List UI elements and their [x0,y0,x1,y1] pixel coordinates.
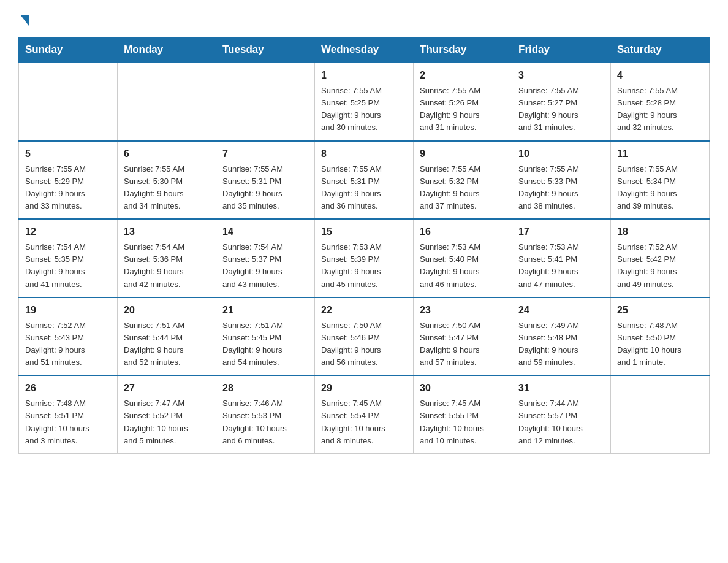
day-info: Sunrise: 7:50 AM Sunset: 5:47 PM Dayligh… [420,320,506,369]
day-number: 27 [124,381,210,396]
day-number: 10 [518,147,604,161]
calendar-week-row: 5Sunrise: 7:55 AM Sunset: 5:29 PM Daylig… [19,141,710,220]
calendar-table: SundayMondayTuesdayWednesdayThursdayFrid… [18,37,710,454]
day-number: 17 [518,224,604,239]
day-number: 26 [25,381,111,396]
day-info: Sunrise: 7:44 AM Sunset: 5:57 PM Dayligh… [518,397,604,447]
calendar-cell: 26Sunrise: 7:48 AM Sunset: 5:51 PM Dayli… [19,375,118,453]
weekday-header-sunday: Sunday [19,37,118,63]
calendar-week-row: 26Sunrise: 7:48 AM Sunset: 5:51 PM Dayli… [19,375,710,453]
day-number: 3 [518,68,604,83]
calendar-cell: 4Sunrise: 7:55 AM Sunset: 5:28 PM Daylig… [611,63,710,141]
weekday-header-row: SundayMondayTuesdayWednesdayThursdayFrid… [19,37,710,63]
day-info: Sunrise: 7:52 AM Sunset: 5:43 PM Dayligh… [25,320,111,369]
weekday-header-tuesday: Tuesday [216,37,315,63]
calendar-cell: 27Sunrise: 7:47 AM Sunset: 5:52 PM Dayli… [118,375,216,453]
calendar-cell: 25Sunrise: 7:48 AM Sunset: 5:50 PM Dayli… [611,297,710,376]
calendar-cell: 30Sunrise: 7:45 AM Sunset: 5:55 PM Dayli… [414,375,512,453]
calendar-cell: 9Sunrise: 7:55 AM Sunset: 5:32 PM Daylig… [414,141,512,220]
day-number: 6 [124,147,210,161]
calendar-cell: 8Sunrise: 7:55 AM Sunset: 5:31 PM Daylig… [315,141,414,220]
day-info: Sunrise: 7:49 AM Sunset: 5:48 PM Dayligh… [518,320,604,369]
day-number: 11 [617,147,703,161]
day-number: 16 [420,224,506,239]
day-number: 5 [25,147,111,161]
calendar-cell: 22Sunrise: 7:50 AM Sunset: 5:46 PM Dayli… [315,297,414,376]
weekday-header-saturday: Saturday [611,37,710,63]
calendar-cell: 10Sunrise: 7:55 AM Sunset: 5:33 PM Dayli… [512,141,611,220]
day-info: Sunrise: 7:55 AM Sunset: 5:29 PM Dayligh… [25,163,111,213]
calendar-cell: 24Sunrise: 7:49 AM Sunset: 5:48 PM Dayli… [512,297,611,376]
day-number: 7 [222,147,308,161]
day-number: 2 [420,68,506,83]
logo [18,12,29,26]
day-info: Sunrise: 7:45 AM Sunset: 5:54 PM Dayligh… [321,397,407,447]
day-info: Sunrise: 7:55 AM Sunset: 5:31 PM Dayligh… [222,163,308,213]
calendar-cell: 28Sunrise: 7:46 AM Sunset: 5:53 PM Dayli… [216,375,315,453]
calendar-cell: 20Sunrise: 7:51 AM Sunset: 5:44 PM Dayli… [118,297,216,376]
day-info: Sunrise: 7:55 AM Sunset: 5:34 PM Dayligh… [617,163,703,213]
day-number: 18 [617,224,703,239]
day-number: 24 [518,303,604,318]
calendar-cell: 19Sunrise: 7:52 AM Sunset: 5:43 PM Dayli… [19,297,118,376]
day-info: Sunrise: 7:47 AM Sunset: 5:52 PM Dayligh… [124,397,210,447]
day-number: 28 [222,381,308,396]
calendar-cell: 3Sunrise: 7:55 AM Sunset: 5:27 PM Daylig… [512,63,611,141]
calendar-week-row: 1Sunrise: 7:55 AM Sunset: 5:25 PM Daylig… [19,63,710,141]
calendar-cell: 6Sunrise: 7:55 AM Sunset: 5:30 PM Daylig… [118,141,216,220]
day-number: 12 [25,224,111,239]
day-number: 19 [25,303,111,318]
day-info: Sunrise: 7:51 AM Sunset: 5:44 PM Dayligh… [124,320,210,369]
day-info: Sunrise: 7:46 AM Sunset: 5:53 PM Dayligh… [222,397,308,447]
calendar-cell: 12Sunrise: 7:54 AM Sunset: 5:35 PM Dayli… [19,219,118,297]
day-number: 1 [321,68,407,83]
day-number: 4 [617,68,703,83]
calendar-cell: 23Sunrise: 7:50 AM Sunset: 5:47 PM Dayli… [414,297,512,376]
calendar-cell: 2Sunrise: 7:55 AM Sunset: 5:26 PM Daylig… [414,63,512,141]
day-number: 8 [321,147,407,161]
weekday-header-wednesday: Wednesday [315,37,414,63]
page-header [18,12,710,26]
day-info: Sunrise: 7:45 AM Sunset: 5:55 PM Dayligh… [420,397,506,447]
day-info: Sunrise: 7:55 AM Sunset: 5:28 PM Dayligh… [617,85,703,134]
weekday-header-friday: Friday [512,37,611,63]
day-info: Sunrise: 7:54 AM Sunset: 5:35 PM Dayligh… [25,241,111,291]
calendar-cell: 21Sunrise: 7:51 AM Sunset: 5:45 PM Dayli… [216,297,315,376]
day-info: Sunrise: 7:55 AM Sunset: 5:27 PM Dayligh… [518,85,604,134]
day-info: Sunrise: 7:50 AM Sunset: 5:46 PM Dayligh… [321,320,407,369]
day-info: Sunrise: 7:55 AM Sunset: 5:26 PM Dayligh… [420,85,506,134]
logo-arrow-icon [20,15,29,26]
calendar-cell: 17Sunrise: 7:53 AM Sunset: 5:41 PM Dayli… [512,219,611,297]
day-info: Sunrise: 7:53 AM Sunset: 5:40 PM Dayligh… [420,241,506,291]
calendar-week-row: 19Sunrise: 7:52 AM Sunset: 5:43 PM Dayli… [19,297,710,376]
weekday-header-thursday: Thursday [414,37,512,63]
calendar-cell [216,63,315,141]
calendar-cell: 31Sunrise: 7:44 AM Sunset: 5:57 PM Dayli… [512,375,611,453]
day-number: 14 [222,224,308,239]
calendar-cell: 7Sunrise: 7:55 AM Sunset: 5:31 PM Daylig… [216,141,315,220]
day-info: Sunrise: 7:52 AM Sunset: 5:42 PM Dayligh… [617,241,703,291]
calendar-cell: 16Sunrise: 7:53 AM Sunset: 5:40 PM Dayli… [414,219,512,297]
day-info: Sunrise: 7:48 AM Sunset: 5:51 PM Dayligh… [25,397,111,447]
day-number: 23 [420,303,506,318]
calendar-cell [19,63,118,141]
calendar-cell: 11Sunrise: 7:55 AM Sunset: 5:34 PM Dayli… [611,141,710,220]
day-info: Sunrise: 7:51 AM Sunset: 5:45 PM Dayligh… [222,320,308,369]
calendar-cell: 29Sunrise: 7:45 AM Sunset: 5:54 PM Dayli… [315,375,414,453]
weekday-header-monday: Monday [118,37,216,63]
calendar-cell: 13Sunrise: 7:54 AM Sunset: 5:36 PM Dayli… [118,219,216,297]
day-number: 9 [420,147,506,161]
day-info: Sunrise: 7:55 AM Sunset: 5:31 PM Dayligh… [321,163,407,213]
calendar-cell: 15Sunrise: 7:53 AM Sunset: 5:39 PM Dayli… [315,219,414,297]
day-info: Sunrise: 7:54 AM Sunset: 5:36 PM Dayligh… [124,241,210,291]
day-info: Sunrise: 7:55 AM Sunset: 5:30 PM Dayligh… [124,163,210,213]
calendar-cell: 1Sunrise: 7:55 AM Sunset: 5:25 PM Daylig… [315,63,414,141]
calendar-cell [118,63,216,141]
day-number: 22 [321,303,407,318]
day-info: Sunrise: 7:55 AM Sunset: 5:33 PM Dayligh… [518,163,604,213]
day-number: 15 [321,224,407,239]
day-number: 29 [321,381,407,396]
day-number: 13 [124,224,210,239]
calendar-cell: 18Sunrise: 7:52 AM Sunset: 5:42 PM Dayli… [611,219,710,297]
day-info: Sunrise: 7:53 AM Sunset: 5:39 PM Dayligh… [321,241,407,291]
